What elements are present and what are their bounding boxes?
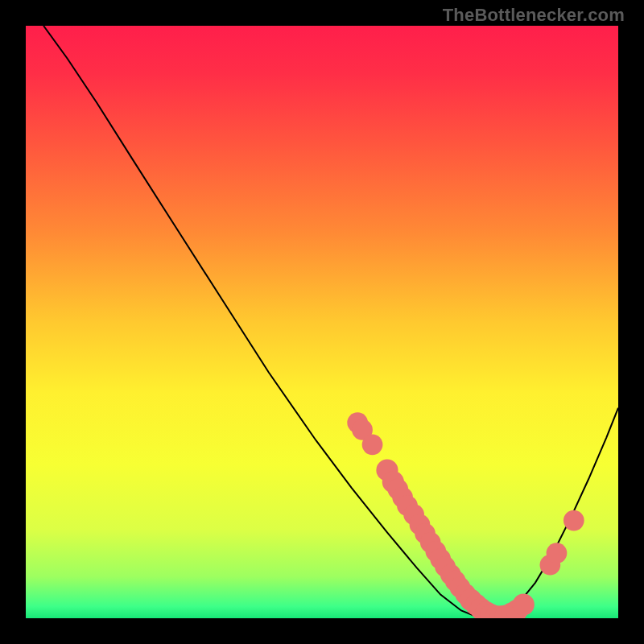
chart-frame: TheBottlenecker.com xyxy=(0,0,644,644)
bottleneck-chart xyxy=(26,26,618,618)
data-marker xyxy=(564,510,584,531)
data-marker xyxy=(547,543,568,564)
gradient-background xyxy=(26,26,618,618)
data-marker xyxy=(513,593,535,615)
watermark-label: TheBottlenecker.com xyxy=(443,5,625,26)
data-marker xyxy=(362,434,383,455)
chart-svg xyxy=(26,26,618,618)
